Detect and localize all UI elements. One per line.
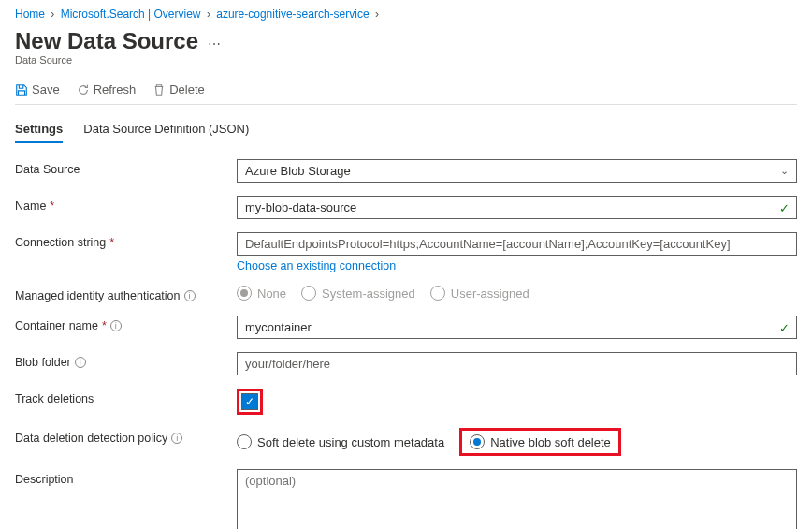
radio-soft-delete[interactable]: Soft delete using custom metadata (237, 434, 444, 449)
radio-mi-user[interactable]: User-assigned (430, 286, 529, 301)
delete-icon (152, 83, 166, 96)
label-container: Container name (15, 319, 98, 332)
tab-bar: Settings Data Source Definition (JSON) (15, 122, 797, 144)
check-icon: ✓ (779, 200, 790, 214)
blob-folder-input[interactable] (237, 352, 797, 375)
required-icon: * (102, 319, 107, 332)
save-label: Save (32, 82, 60, 96)
track-deletions-checkbox[interactable]: ✓ (241, 393, 258, 410)
more-icon[interactable]: ⋯ (208, 37, 221, 51)
chevron-right-icon: › (51, 7, 54, 21)
label-name: Name (15, 199, 46, 213)
label-managed-identity: Managed identity authentication (15, 289, 181, 302)
radio-mi-none[interactable]: None (237, 286, 286, 301)
tab-settings[interactable]: Settings (15, 122, 63, 143)
chevron-down-icon: ⌄ (780, 165, 789, 177)
save-button[interactable]: Save (15, 82, 60, 96)
radio-mi-system-label: System-assigned (322, 287, 415, 301)
name-input[interactable] (237, 196, 797, 219)
label-blob-folder: Blob folder (15, 356, 71, 369)
label-track-deletions: Track deletions (15, 389, 225, 405)
delete-button[interactable]: Delete (152, 82, 205, 96)
tab-json[interactable]: Data Source Definition (JSON) (83, 122, 249, 143)
container-input[interactable] (237, 316, 797, 339)
info-icon[interactable]: i (184, 290, 196, 301)
radio-soft-delete-label: Soft delete using custom metadata (257, 435, 444, 449)
description-textarea[interactable] (237, 469, 797, 529)
label-description: Description (15, 469, 225, 486)
page-subtitle: Data Source (15, 54, 797, 66)
required-icon: * (109, 236, 114, 249)
check-icon: ✓ (779, 320, 790, 334)
breadcrumb-service[interactable]: Microsoft.Search | Overview (61, 7, 201, 21)
radio-native-label: Native blob soft delete (490, 435, 611, 449)
page-title: New Data Source (15, 28, 198, 54)
refresh-button[interactable]: Refresh (77, 82, 137, 96)
refresh-icon (77, 83, 90, 96)
choose-connection-link[interactable]: Choose an existing connection (237, 259, 396, 272)
radio-native-soft-delete[interactable]: Native blob soft delete (470, 434, 611, 449)
label-connection: Connection string (15, 236, 106, 249)
chevron-right-icon: › (375, 7, 379, 21)
save-icon (15, 83, 28, 96)
info-icon[interactable]: i (75, 357, 86, 368)
chevron-right-icon: › (207, 7, 210, 21)
radio-mi-none-label: None (257, 287, 286, 301)
label-data-source: Data Source (15, 159, 225, 176)
required-icon: * (50, 199, 54, 213)
data-source-select[interactable]: Azure Blob Storage ⌄ (237, 159, 797, 183)
connection-input[interactable] (237, 232, 797, 256)
radio-mi-user-label: User-assigned (451, 287, 529, 301)
delete-label: Delete (169, 82, 205, 96)
radio-mi-system[interactable]: System-assigned (301, 286, 415, 301)
info-icon[interactable]: i (110, 320, 122, 331)
breadcrumb: Home › Microsoft.Search | Overview › azu… (15, 7, 797, 21)
breadcrumb-home[interactable]: Home (15, 7, 45, 21)
command-bar: Save Refresh Delete (15, 77, 797, 105)
label-deletion-policy: Data deletion detection policy (15, 432, 167, 445)
info-icon[interactable]: i (171, 433, 182, 444)
breadcrumb-resource[interactable]: azure-cognitive-search-service (216, 7, 369, 21)
refresh-label: Refresh (94, 82, 137, 96)
data-source-value: Azure Blob Storage (245, 164, 351, 178)
